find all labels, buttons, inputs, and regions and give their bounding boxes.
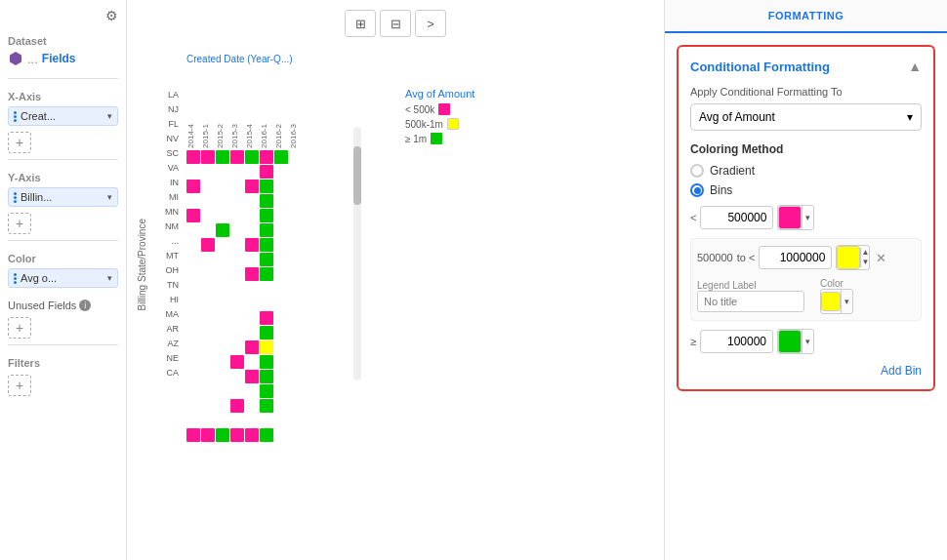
heatmap-cell[interactable] (260, 340, 273, 354)
heatmap-cell[interactable] (260, 165, 273, 179)
x-label: 2015-2 (216, 124, 229, 148)
heatmap-cell (274, 180, 288, 193)
heatmap-cell[interactable] (274, 150, 288, 164)
heatmap-cell[interactable] (260, 326, 273, 340)
color-dropdown-icon[interactable]: ▾ (107, 273, 112, 283)
heatmap-cell[interactable] (260, 194, 273, 208)
bins-radio[interactable] (690, 183, 704, 197)
filters-add-button[interactable]: + (8, 375, 31, 396)
heatmap-cell[interactable] (260, 355, 273, 369)
heatmap-cell[interactable] (260, 267, 273, 281)
heatmap-cell[interactable] (230, 355, 244, 369)
heatmap-cell[interactable] (245, 267, 259, 281)
heatmap-cell (186, 165, 200, 179)
state-label: NE (157, 351, 179, 365)
heatmap-cell (245, 326, 259, 340)
heatmap-cell[interactable] (245, 428, 259, 442)
heatmap-cell (245, 311, 259, 325)
cf-collapse-button[interactable]: ▲ (908, 59, 922, 74)
bin2-legend-color-swatch[interactable]: ▾ (820, 289, 853, 314)
chart-scrollbar[interactable] (353, 127, 361, 380)
divider-3 (8, 240, 118, 241)
heatmap-cell (216, 297, 229, 310)
heatmap-cell[interactable] (260, 209, 273, 222)
heatmap-cell (230, 384, 244, 398)
bin3-input[interactable] (700, 330, 773, 353)
table-row (186, 297, 382, 310)
heatmap-cell[interactable] (260, 399, 273, 413)
tab-formatting[interactable]: FORMATTING (665, 0, 947, 33)
heatmap-cell (289, 326, 303, 340)
heatmap-cell[interactable] (186, 180, 200, 193)
heatmap-cell[interactable] (260, 370, 273, 383)
heatmap-cell (230, 414, 244, 427)
heatmap-cell (274, 297, 288, 310)
color-field[interactable]: Avg o... ▾ (8, 268, 118, 288)
heatmap-cell[interactable] (260, 253, 273, 266)
heatmap-cell[interactable] (201, 150, 215, 164)
code-view-button[interactable]: > (415, 10, 446, 37)
bin1-color (778, 206, 802, 229)
apply-cf-dropdown[interactable]: Avg of Amount ▾ (690, 103, 922, 131)
yaxis-field[interactable]: Billin... ▾ (8, 187, 118, 207)
heatmap-cell[interactable] (201, 238, 215, 252)
xaxis-field[interactable]: Creat... ▾ (8, 106, 118, 126)
heatmap-cell[interactable] (260, 428, 273, 442)
heatmap-cell[interactable] (260, 150, 273, 164)
bin2-legend-input[interactable] (697, 291, 804, 312)
state-label: MI (157, 190, 179, 204)
bin2-input[interactable] (759, 246, 832, 269)
bin1-input[interactable] (700, 206, 773, 229)
heatmap-cell[interactable] (186, 209, 200, 222)
yaxis-add-button[interactable]: + (8, 213, 31, 234)
heatmap-cell[interactable] (186, 150, 200, 164)
heatmap-cell[interactable] (216, 428, 229, 442)
heatmap-cell[interactable] (245, 370, 259, 383)
bin2-color-swatch[interactable]: ▲ ▼ (836, 245, 870, 270)
heatmap-cell[interactable] (245, 238, 259, 252)
scrollbar-thumb[interactable] (353, 146, 361, 205)
color-label: Color (8, 253, 118, 264)
legend-label-1: < 500k (405, 104, 434, 115)
unused-add-button[interactable]: + (8, 317, 31, 339)
bin3-color-swatch[interactable]: ▾ (777, 329, 814, 354)
heatmap-cell[interactable] (245, 180, 259, 193)
dataset-name[interactable]: Fields (42, 52, 76, 65)
heatmap-cell[interactable] (230, 150, 244, 164)
heatmap-cell[interactable] (260, 223, 273, 237)
heatmap-cell[interactable] (186, 428, 200, 442)
heatmap-cell (186, 267, 200, 281)
heatmap-cell[interactable] (245, 340, 259, 354)
table-view-button[interactable]: ⊟ (380, 10, 411, 37)
gear-icon[interactable]: ⚙ (105, 8, 118, 23)
bin2-delete-button[interactable]: ✕ (876, 251, 886, 265)
xaxis-add-button[interactable]: + (8, 132, 31, 153)
heatmap-cell[interactable] (230, 428, 244, 442)
bin2-down-icon[interactable]: ▼ (861, 258, 869, 267)
heatmap-cell[interactable] (260, 384, 273, 398)
heatmap-cell (216, 311, 229, 325)
gradient-radio[interactable] (690, 164, 704, 178)
heatmap-cell[interactable] (201, 428, 215, 442)
heatmap-cell[interactable] (245, 150, 259, 164)
yaxis-dropdown-icon[interactable]: ▾ (107, 192, 112, 202)
bin2-up-icon[interactable]: ▲ (861, 248, 869, 258)
conditional-formatting-box: Conditional Formatting ▲ Apply Condition… (677, 45, 935, 391)
heatmap-cell[interactable] (216, 223, 229, 237)
table-row (186, 384, 382, 398)
bin1-color-swatch[interactable]: ▾ (777, 205, 814, 230)
drag-handle-y-icon (14, 192, 17, 203)
heatmap-cell[interactable] (216, 150, 229, 164)
heatmap-cell (274, 428, 288, 442)
heatmap-cell[interactable] (260, 311, 273, 325)
add-bin-button[interactable]: Add Bin (881, 364, 922, 378)
heatmap-cell[interactable] (260, 180, 273, 193)
grid-view-button[interactable]: ⊞ (345, 10, 376, 37)
table-row (186, 194, 382, 208)
heatmap-cell[interactable] (260, 238, 273, 252)
gradient-label: Gradient (710, 164, 755, 178)
heatmap-cell (245, 209, 259, 222)
dropdown-arrow-icon[interactable]: ▾ (107, 111, 112, 121)
heatmap-cell (289, 384, 303, 398)
heatmap-cell[interactable] (230, 399, 244, 413)
